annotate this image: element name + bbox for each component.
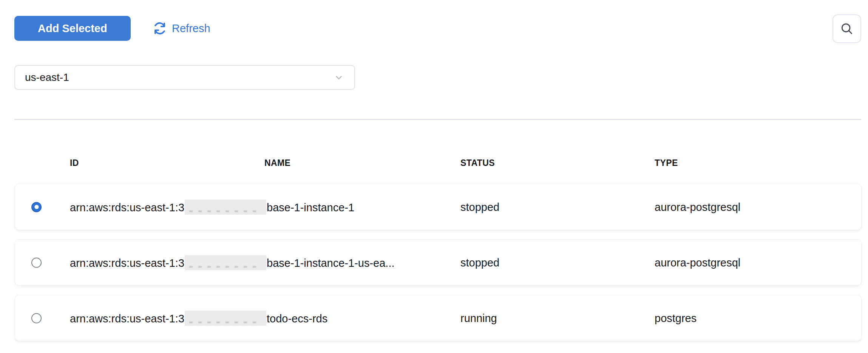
chevron-down-icon (334, 73, 344, 82)
table-row[interactable]: arn:aws:rds:us-east-1:3todo-ecs-rds runn… (15, 295, 861, 341)
row-id-cell: arn:aws:rds:us-east-1:3todo-ecs-rds (70, 311, 327, 326)
table-row[interactable]: arn:aws:rds:us-east-1:3base-1-instance-1… (15, 240, 861, 285)
row-radio-button[interactable] (31, 202, 42, 212)
column-header-type: TYPE (655, 158, 678, 168)
column-header-id: ID (70, 158, 79, 168)
row-type-cell: aurora-postgresql (655, 256, 740, 269)
table-row[interactable]: arn:aws:rds:us-east-1:3base-1-instance-1… (15, 184, 861, 230)
refresh-label: Refresh (172, 22, 210, 35)
row-status-cell: stopped (460, 256, 499, 269)
row-type-cell: aurora-postgresql (655, 201, 740, 213)
refresh-icon (153, 21, 167, 36)
region-select[interactable]: us-east-1 (14, 65, 355, 90)
row-status-cell: stopped (460, 201, 499, 213)
row-id-cell: arn:aws:rds:us-east-1:3base-1-instance-1 (70, 200, 354, 215)
row-type-cell: postgres (655, 312, 697, 324)
search-button[interactable] (832, 14, 861, 43)
divider (14, 119, 861, 120)
row-radio-button[interactable] (31, 313, 42, 323)
redacted-text (185, 200, 266, 215)
row-id-cell: arn:aws:rds:us-east-1:3base-1-instance-1… (70, 255, 395, 270)
row-radio-button[interactable] (31, 257, 42, 268)
table-header: ID NAME STATUS TYPE (0, 158, 868, 171)
column-header-status: STATUS (460, 158, 495, 168)
search-icon (839, 21, 854, 36)
column-header-name: NAME (264, 158, 290, 168)
row-status-cell: running (460, 312, 497, 324)
add-selected-button[interactable]: Add Selected (14, 16, 131, 41)
region-select-value: us-east-1 (25, 71, 69, 84)
refresh-button[interactable]: Refresh (153, 16, 210, 41)
redacted-text (185, 255, 266, 270)
redacted-text (185, 311, 266, 326)
